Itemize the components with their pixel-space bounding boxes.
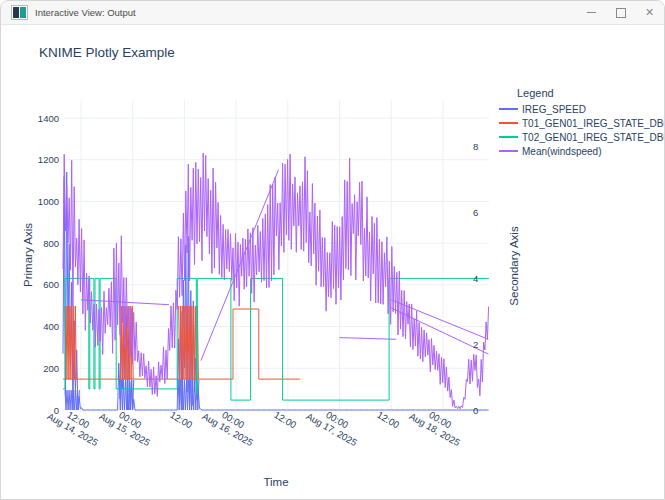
legend-item-IREG_SPEED[interactable]: IREG_SPEED [499, 102, 665, 116]
x-axis-title: Time [263, 476, 288, 488]
secondary-tick-label: 6 [473, 207, 478, 218]
legend-item-label: T01_GEN01_IREG_STATE_DBG [522, 118, 665, 129]
legend-line-swatch [499, 136, 518, 138]
legend-item-label: Mean(windspeed) [522, 146, 602, 157]
secondary-tick-label: 0 [473, 405, 478, 416]
legend-title: Legend [517, 87, 665, 99]
legend-item-label: IREG_SPEED [522, 104, 586, 115]
legend-line-swatch [499, 122, 518, 124]
legend-item-T02_GEN01_IREG_STATE_DBG[interactable]: T02_GEN01_IREG_STATE_DBG [499, 130, 665, 144]
primary-tick-label: 1200 [19, 154, 59, 165]
legend-line-swatch [499, 150, 518, 152]
secondary-tick-label: 4 [473, 273, 478, 284]
legend-item-T01_GEN01_IREG_STATE_DBG[interactable]: T01_GEN01_IREG_STATE_DBG [499, 116, 665, 130]
primary-tick-label: 400 [19, 321, 59, 332]
primary-tick-label: 1000 [19, 196, 59, 207]
legend-line-swatch [499, 108, 518, 110]
primary-tick-label: 200 [19, 363, 59, 374]
secondary-tick-label: 2 [473, 339, 478, 350]
series-block-IREG_SPEED [119, 380, 133, 410]
interactive-view-window: Interactive View: Output ✕ KNIME Plotly … [0, 0, 665, 500]
series-gapline-Mean(windspeed) [340, 338, 397, 340]
primary-tick-label: 1400 [19, 113, 59, 124]
secondary-tick-label: 8 [473, 141, 478, 152]
secondary-axis-title: Secondary Axis [508, 226, 520, 305]
legend: Legend IREG_SPEEDT01_GEN01_IREG_STATE_DB… [499, 87, 665, 158]
legend-item-label: T02_GEN01_IREG_STATE_DBG [522, 132, 665, 143]
primary-axis-title: Primary Axis [22, 223, 34, 287]
legend-item-Mean(windspeed)[interactable]: Mean(windspeed) [499, 144, 665, 158]
